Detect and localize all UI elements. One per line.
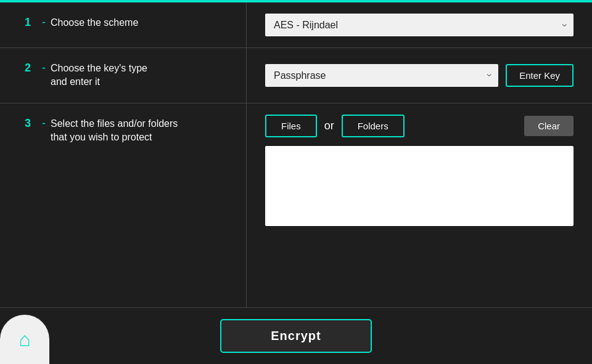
folders-button[interactable]: Folders <box>342 115 405 137</box>
scheme-select-wrapper: AES - Rijndael <box>265 14 574 36</box>
step1-row: 1 - Choose the scheme AES - Rijndael <box>0 2 592 48</box>
step3-number: 3 <box>25 117 37 130</box>
home-icon: ⌂ <box>18 328 30 351</box>
step2-dash: - <box>42 62 46 75</box>
step2-label: Choose the key's type and enter it <box>51 62 147 89</box>
step3-row: 3 - Select the files and/or folders that… <box>0 103 592 307</box>
step2-left: 2 - Choose the key's type and enter it <box>0 48 247 103</box>
step3-left: 3 - Select the files and/or folders that… <box>0 103 247 307</box>
step3-right: Files or Folders Clear <box>247 103 592 307</box>
key-type-select[interactable]: Passphrase <box>265 64 498 87</box>
step1-dash: - <box>42 16 46 29</box>
home-button[interactable]: ⌂ <box>0 315 49 364</box>
step1-left: 1 - Choose the scheme <box>0 2 247 47</box>
main-content: 1 - Choose the scheme AES - Rijndael 2 -… <box>0 2 592 307</box>
files-drop-area[interactable] <box>265 146 574 226</box>
step2-number: 2 <box>25 62 37 75</box>
key-type-row: Passphrase Enter Key <box>265 64 574 87</box>
files-folders-row: Files or Folders Clear <box>265 115 574 137</box>
key-select-wrapper: Passphrase <box>265 64 498 87</box>
step1-number: 1 <box>25 16 37 29</box>
enter-key-button[interactable]: Enter Key <box>506 64 574 87</box>
or-label: or <box>324 119 334 132</box>
bottom-area: Encrypt <box>0 307 592 364</box>
scheme-select[interactable]: AES - Rijndael <box>265 14 574 36</box>
files-button[interactable]: Files <box>265 115 317 137</box>
step1-label: Choose the scheme <box>51 16 138 30</box>
encrypt-button[interactable]: Encrypt <box>220 319 371 353</box>
app-container: 1 - Choose the scheme AES - Rijndael 2 -… <box>0 0 592 364</box>
step2-right: Passphrase Enter Key <box>247 48 592 103</box>
step3-dash: - <box>42 117 46 130</box>
step2-row: 2 - Choose the key's type and enter it P… <box>0 48 592 103</box>
clear-button[interactable]: Clear <box>524 116 574 136</box>
step1-right: AES - Rijndael <box>247 2 592 47</box>
step3-label: Select the files and/or folders that you… <box>51 117 178 145</box>
